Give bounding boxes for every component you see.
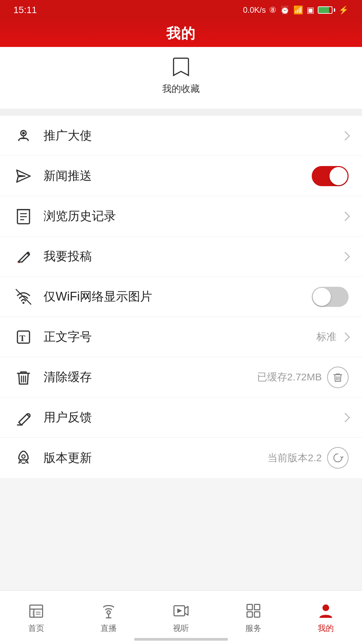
ambassador-label: 推广大使 xyxy=(44,127,342,144)
video-nav-icon xyxy=(172,601,190,620)
section-divider xyxy=(0,109,362,116)
home-nav-icon xyxy=(27,601,46,620)
settings-item-wifi-only[interactable]: 仅WiFi网络显示图片 xyxy=(0,277,362,317)
bluetooth-icon: ⑧ xyxy=(269,5,277,15)
history-right xyxy=(342,213,349,220)
nav-item-mine[interactable]: 我的 xyxy=(290,601,362,634)
svg-point-10 xyxy=(22,302,24,304)
signal-icon: 📶 xyxy=(293,5,303,15)
history-icon xyxy=(13,206,34,226)
rocket-icon xyxy=(13,448,34,468)
news-push-right[interactable] xyxy=(312,166,349,186)
trash-action-icon[interactable] xyxy=(327,367,349,388)
pencil-icon xyxy=(13,408,34,428)
nav-item-video[interactable]: 视听 xyxy=(145,601,217,634)
clear-cache-label: 清除缓存 xyxy=(44,369,257,385)
history-label: 浏览历史记录 xyxy=(44,208,342,224)
svg-rect-37 xyxy=(247,604,252,610)
mine-nav-label: 我的 xyxy=(318,623,334,634)
chevron-right-icon xyxy=(341,252,350,261)
settings-item-contribute[interactable]: 我要投稿 xyxy=(0,236,362,277)
bookmark-icon xyxy=(171,57,191,77)
page-header: 我的 xyxy=(0,20,362,47)
bottom-nav: 首页 直播 视听 xyxy=(0,590,362,644)
pen-icon xyxy=(13,247,34,267)
live-nav-label: 直播 xyxy=(101,623,117,634)
feedback-label: 用户反馈 xyxy=(44,409,342,426)
cache-size-value: 已缓存2.72MB xyxy=(257,370,322,384)
news-push-label: 新闻推送 xyxy=(44,168,312,184)
settings-item-news-push[interactable]: 新闻推送 xyxy=(0,156,362,196)
nav-item-live[interactable]: 直播 xyxy=(72,601,145,634)
network-speed: 0.0K/s xyxy=(243,5,266,15)
version-right[interactable]: 当前版本2.2 xyxy=(267,447,349,469)
settings-item-clear-cache[interactable]: 清除缓存 已缓存2.72MB xyxy=(0,357,362,397)
chevron-right-icon xyxy=(341,131,350,140)
settings-item-font-size[interactable]: T 正文字号 标准 xyxy=(0,317,362,357)
live-nav-icon xyxy=(99,601,118,620)
alarm-icon: ⏰ xyxy=(280,5,290,15)
nav-item-service[interactable]: 服务 xyxy=(217,601,290,634)
settings-item-ambassador[interactable]: 推广大使 xyxy=(0,116,362,156)
clear-cache-right[interactable]: 已缓存2.72MB xyxy=(257,367,349,388)
svg-rect-39 xyxy=(247,612,252,617)
charge-icon: ⚡ xyxy=(339,5,349,15)
wifi-icon xyxy=(13,287,34,307)
wifi-only-right[interactable] xyxy=(312,287,349,307)
font-size-value: 标准 xyxy=(316,330,337,344)
home-nav-label: 首页 xyxy=(28,623,44,634)
svg-rect-38 xyxy=(254,604,260,610)
svg-rect-40 xyxy=(254,612,260,617)
page-title: 我的 xyxy=(166,24,196,43)
battery-icon xyxy=(318,6,335,14)
data-icon: ▣ xyxy=(307,5,314,15)
version-value: 当前版本2.2 xyxy=(267,451,322,465)
chevron-right-icon xyxy=(341,332,350,341)
contribute-label: 我要投稿 xyxy=(44,248,342,265)
svg-rect-25 xyxy=(30,605,43,617)
refresh-action-icon[interactable] xyxy=(327,447,349,469)
mine-nav-icon xyxy=(316,601,335,620)
wifi-only-toggle[interactable] xyxy=(312,287,349,307)
chevron-right-icon xyxy=(341,211,350,221)
nav-item-home[interactable]: 首页 xyxy=(0,601,72,634)
settings-list: 推广大使 新闻推送 xyxy=(0,116,362,478)
status-right: 0.0K/s ⑧ ⏰ 📶 ▣ ⚡ xyxy=(243,5,349,15)
svg-point-1 xyxy=(22,132,25,135)
video-nav-label: 视听 xyxy=(173,623,189,634)
svg-point-41 xyxy=(322,604,329,611)
font-icon: T xyxy=(13,327,34,347)
bottom-indicator xyxy=(134,638,228,641)
contribute-right xyxy=(342,253,349,260)
status-time: 15:11 xyxy=(13,5,37,15)
svg-text:T: T xyxy=(19,333,25,343)
settings-item-version[interactable]: 版本更新 当前版本2.2 xyxy=(0,438,362,478)
settings-item-history[interactable]: 浏览历史记录 xyxy=(0,196,362,236)
collection-label: 我的收藏 xyxy=(162,83,200,95)
feedback-right xyxy=(342,414,349,421)
paper-plane-icon xyxy=(13,166,34,186)
collection-area[interactable]: 我的收藏 xyxy=(0,47,362,109)
service-nav-icon xyxy=(244,601,263,620)
service-nav-label: 服务 xyxy=(245,623,261,634)
ambassador-right xyxy=(342,132,349,139)
settings-item-feedback[interactable]: 用户反馈 xyxy=(0,397,362,438)
svg-point-23 xyxy=(22,455,25,458)
version-label: 版本更新 xyxy=(44,450,267,466)
news-push-toggle[interactable] xyxy=(312,166,349,186)
podcast-icon xyxy=(13,126,34,146)
font-size-label: 正文字号 xyxy=(44,329,316,345)
trash-icon xyxy=(13,367,34,387)
svg-marker-36 xyxy=(177,608,182,613)
chevron-right-icon xyxy=(341,413,350,422)
wifi-only-label: 仅WiFi网络显示图片 xyxy=(44,288,312,305)
font-size-right: 标准 xyxy=(316,330,349,344)
status-bar: 15:11 0.0K/s ⑧ ⏰ 📶 ▣ ⚡ xyxy=(0,0,362,20)
